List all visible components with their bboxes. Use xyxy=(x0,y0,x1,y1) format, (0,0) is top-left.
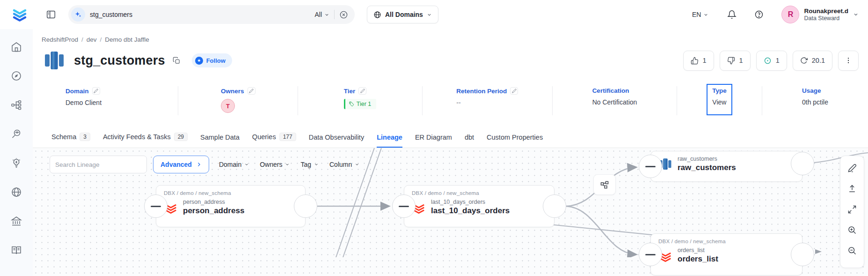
tab-er-diagram[interactable]: ER Diagram xyxy=(415,134,452,148)
node-path: DBX / demo / new_schema xyxy=(164,190,299,196)
filter-tag[interactable]: Tag xyxy=(300,161,319,168)
edit-pencil-icon[interactable] xyxy=(510,87,518,95)
user-name: Rounakpreet.d xyxy=(804,7,848,15)
edge-pipeline-button[interactable] xyxy=(593,174,616,195)
lineage-node-orders-list[interactable]: DBX / demo / new_schema orders_list orde… xyxy=(650,233,802,276)
edit-pencil-icon[interactable] xyxy=(248,87,255,95)
notifications-button[interactable] xyxy=(727,10,737,19)
global-search: All xyxy=(68,5,355,24)
app-root: All All Domains EN R Rounakpreet.d D xyxy=(0,0,868,276)
tier-label[interactable]: Tier xyxy=(344,88,356,95)
zoom-in-button[interactable] xyxy=(847,225,857,235)
page-title: stg_customers xyxy=(74,53,165,68)
owners-label[interactable]: Owners xyxy=(221,88,244,95)
collapse-upstream-handle[interactable] xyxy=(639,243,662,266)
avatar: R xyxy=(781,6,799,23)
govern-bank-icon[interactable] xyxy=(11,216,22,227)
advanced-filter-button[interactable]: Advanced xyxy=(153,156,209,173)
node-subtitle: raw_customers xyxy=(678,156,736,162)
glossary-book-icon[interactable] xyxy=(11,245,22,256)
collapse-upstream-handle[interactable] xyxy=(392,194,416,218)
lineage-node-last-10-days-orders[interactable]: DBX / demo / new_schema last_10_days_ord… xyxy=(404,185,554,227)
user-role: Data Steward xyxy=(804,15,848,22)
edit-pencil-icon[interactable] xyxy=(358,87,366,95)
filter-column[interactable]: Column xyxy=(329,161,359,168)
entity-header: stg_customers ★ Follow 1 1 xyxy=(43,49,859,72)
expand-downstream-handle[interactable] xyxy=(791,243,814,266)
explore-compass-icon[interactable] xyxy=(11,70,22,82)
filter-owners[interactable]: Owners xyxy=(260,161,290,168)
type-label[interactable]: Type xyxy=(712,87,727,94)
zoom-out-icon xyxy=(847,246,857,255)
domains-globe-icon[interactable] xyxy=(11,186,22,198)
clear-icon[interactable] xyxy=(339,10,348,19)
usage-label[interactable]: Usage xyxy=(802,87,821,94)
tier-badge[interactable]: Tier 1 xyxy=(344,99,377,109)
tab-custom-properties[interactable]: Custom Properties xyxy=(487,134,543,148)
tab-sample-data[interactable]: Sample Data xyxy=(200,134,240,148)
retention-value: -- xyxy=(456,99,518,106)
redshift-icon xyxy=(43,49,66,72)
downvote-button[interactable]: 1 xyxy=(720,51,751,71)
expand-downstream-handle[interactable] xyxy=(543,194,566,218)
edit-pencil-icon xyxy=(847,164,857,173)
lineage-edge[interactable] xyxy=(540,224,665,236)
tag-icon xyxy=(349,101,354,107)
chevron-right-icon xyxy=(196,162,202,167)
tab-lineage[interactable]: Lineage xyxy=(377,134,402,148)
insights-bulb-icon[interactable] xyxy=(11,157,22,169)
observability-icon[interactable] xyxy=(11,128,22,140)
watchers-button[interactable]: 1 xyxy=(756,51,787,71)
tab-data-observability[interactable]: Data Observability xyxy=(309,134,364,148)
fullscreen-icon xyxy=(847,205,857,214)
filter-domain[interactable]: Domain xyxy=(219,161,249,168)
domain-label[interactable]: Domain xyxy=(66,88,89,95)
tab-queries[interactable]: Queries177 xyxy=(252,133,296,148)
help-button[interactable] xyxy=(754,10,764,19)
node-path: DBX / demo / new_schema xyxy=(412,190,547,196)
upvote-button[interactable]: 1 xyxy=(683,51,714,71)
certification-label[interactable]: Certification xyxy=(592,87,629,94)
node-title: orders_list xyxy=(678,254,718,264)
collapse-sidebar-icon[interactable] xyxy=(46,9,56,20)
export-upload-icon xyxy=(847,184,857,194)
chevron-down-icon xyxy=(355,162,359,167)
home-icon[interactable] xyxy=(11,41,22,52)
version-button[interactable]: 20.1 xyxy=(793,51,832,71)
search-scope-select[interactable]: All xyxy=(314,11,329,18)
edit-lineage-button[interactable] xyxy=(847,164,857,173)
export-lineage-button[interactable] xyxy=(847,184,857,194)
tab-dbt[interactable]: dbt xyxy=(465,134,474,148)
watch-icon xyxy=(764,57,772,65)
lineage-flow-icon[interactable] xyxy=(11,99,22,111)
zoom-out-button[interactable] xyxy=(847,246,857,255)
user-menu[interactable]: R Rounakpreet.d Data Steward xyxy=(781,6,859,23)
collapse-upstream-handle[interactable] xyxy=(639,155,662,178)
more-actions-button[interactable] xyxy=(838,51,859,71)
copy-icon[interactable] xyxy=(173,57,181,65)
lineage-node-raw-customers[interactable]: raw_customers raw_customers xyxy=(650,151,802,182)
collapse-upstream-handle[interactable] xyxy=(144,194,168,218)
lineage-edge[interactable] xyxy=(566,206,635,254)
breadcrumb-item[interactable]: dev xyxy=(87,36,97,43)
star-icon: ★ xyxy=(195,57,203,65)
follow-button[interactable]: ★ Follow xyxy=(192,53,232,67)
domains-filter-button[interactable]: All Domains xyxy=(367,6,438,23)
fullscreen-button[interactable] xyxy=(847,205,857,214)
lineage-node-person-address[interactable]: DBX / demo / new_schema person_address p… xyxy=(156,185,306,227)
expand-downstream-handle[interactable] xyxy=(294,194,317,218)
lineage-search-input[interactable] xyxy=(55,161,138,168)
tab-schema[interactable]: Schema3 xyxy=(51,133,90,148)
retention-label[interactable]: Retention Period xyxy=(456,88,507,95)
breadcrumb-item[interactable]: Demo dbt Jaffle xyxy=(105,36,149,43)
owner-avatar[interactable]: T xyxy=(221,99,235,113)
expand-downstream-handle[interactable] xyxy=(791,152,814,175)
node-subtitle: orders_list xyxy=(678,247,718,254)
breadcrumb-item[interactable]: RedshiftProd xyxy=(42,36,78,43)
tab-activity-feeds[interactable]: Activity Feeds & Tasks29 xyxy=(103,133,188,148)
edit-pencil-icon[interactable] xyxy=(92,87,100,95)
lineage-canvas[interactable]: Advanced Domain Owners Tag Column DBX / … xyxy=(33,148,868,276)
breadcrumb: RedshiftProd / dev / Demo dbt Jaffle xyxy=(42,36,868,43)
search-input[interactable] xyxy=(90,11,310,18)
language-select[interactable]: EN xyxy=(692,11,708,18)
